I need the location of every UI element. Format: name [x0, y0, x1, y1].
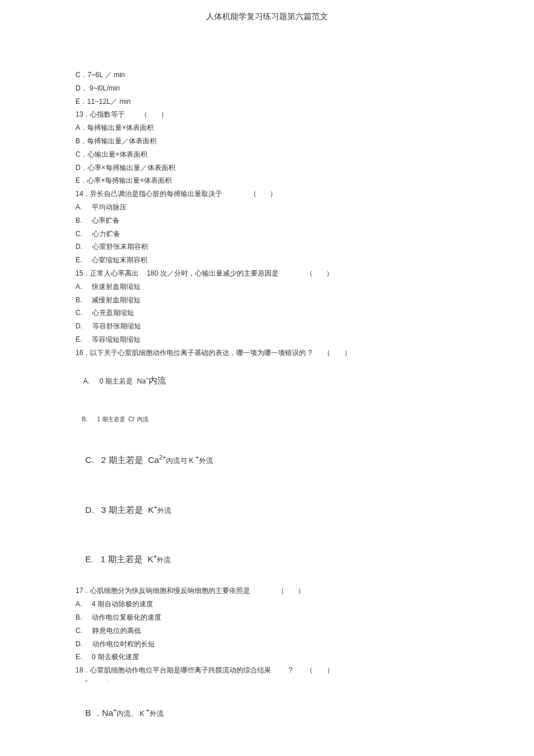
question-13: 13．心指数等于 （ ）	[75, 108, 459, 121]
option-12c: C．7~6L ／ min	[75, 68, 459, 82]
option-13a: A．每搏输出量×体表面积	[75, 121, 459, 135]
document-page: 人体机能学复习练习题第六篇范文 C．7~6L ／ min D． 9~l0L/mi…	[0, 0, 534, 756]
option-15b: B. 减慢射血期缩短	[75, 294, 459, 307]
option-16b-prefix: B. 1 期主若是 Cl	[82, 416, 134, 422]
question-14: 14．异长自己调治是指心脏的每搏输出量取决于 （ ）	[75, 187, 459, 201]
option-13b: B．每搏输出量／体表面积	[75, 135, 459, 148]
option-16c: C. 2 期主若是 Ca2+内流与 K +外流	[75, 436, 459, 486]
question-16: 16．以下关于心室肌细胞动作电位离子基础的表达，哪一项为哪一项错误的 ? （ ）	[75, 346, 459, 360]
option-13c: C．心输出量×体表面积	[75, 148, 459, 161]
option-15d: D. 等容舒张期缩短	[75, 320, 459, 333]
option-15c: C. 心充盈期缩短	[75, 306, 459, 320]
option-15e: E. 等容缩短期缩短	[75, 333, 459, 346]
option-14c: C. 心力贮备	[75, 227, 459, 241]
option-18c: C．Na+内流、 C1 -内流	[75, 738, 459, 756]
option-16e: E. 1 期主若是 K+外流	[75, 535, 459, 585]
option-16a-prefix: A. 0 期主若是 Na	[83, 377, 146, 385]
option-17b: B. 动作电位复极化的速度	[75, 611, 459, 624]
option-17e: E. 0 期去极化速度	[75, 650, 459, 664]
option-16d-p2: 外流	[157, 507, 171, 515]
option-18b-p1: B ．Na	[85, 708, 113, 718]
option-16d: D. 3 期主若是 K+外流	[75, 485, 459, 535]
option-13e: E．心率×每搏输出量×体表面积	[75, 174, 459, 187]
option-12e: E．11~12L／ min	[75, 95, 459, 108]
option-16b-suffix: 内流	[135, 416, 149, 422]
option-15a: A. 快速射血期缩短	[75, 280, 459, 294]
option-18b-p2: 内流、 K	[117, 710, 146, 718]
option-16e-p2: 外流	[157, 556, 171, 564]
option-18b: B ．Na+内流、 K +外流	[75, 688, 459, 738]
option-12d: D． 9~l0L/min	[75, 82, 459, 95]
question-15: 15．正常人心率高出 180 次／分时，心输出量减少的主要原因是 （ ）	[75, 267, 459, 280]
option-16e-p1: E. 1 期主若是 K	[85, 554, 154, 564]
question-18: 18．心室肌细胞动作电位平台期是哪些离子跨膜流动的综合结果 ? （ ）	[75, 664, 459, 677]
question-17: 17．心肌细胞分为快反响细胞和慢反响细胞的主要依照是 （ ）	[75, 584, 459, 598]
option-18a-stub: + -	[75, 677, 459, 688]
option-16a: A. 0 期主若是 Na+内流	[75, 360, 459, 403]
option-17a: A. 4 期自动除极的速度	[75, 598, 459, 611]
option-13d: D．心率×每搏输出量／体表面积	[75, 161, 459, 175]
option-16c-p1: C. 2 期主若是 Ca	[85, 455, 160, 465]
option-16c-p3: 外流	[199, 457, 213, 465]
option-14e: E. 心室缩短末期容积	[75, 254, 459, 267]
option-14a: A. 平均动脉压	[75, 201, 459, 214]
option-16c-p2: 内流与 K	[166, 457, 196, 465]
option-14d: D. 心室舒张末期容积	[75, 240, 459, 254]
option-16d-p1: D. 3 期主若是 K	[85, 505, 154, 515]
option-14b: B. 心率贮备	[75, 214, 459, 227]
option-16b: B. 1 期主若是 Cl- 内流	[75, 403, 459, 436]
option-17d: D. 动作电位时程的长短	[75, 638, 459, 651]
option-17c: C. 静息电位的高低	[75, 624, 459, 638]
option-16a-suffix: 内流	[149, 375, 166, 385]
option-18b-p3: 外流	[150, 710, 164, 718]
page-title: 人体机能学复习练习题第六篇范文	[75, 12, 459, 22]
